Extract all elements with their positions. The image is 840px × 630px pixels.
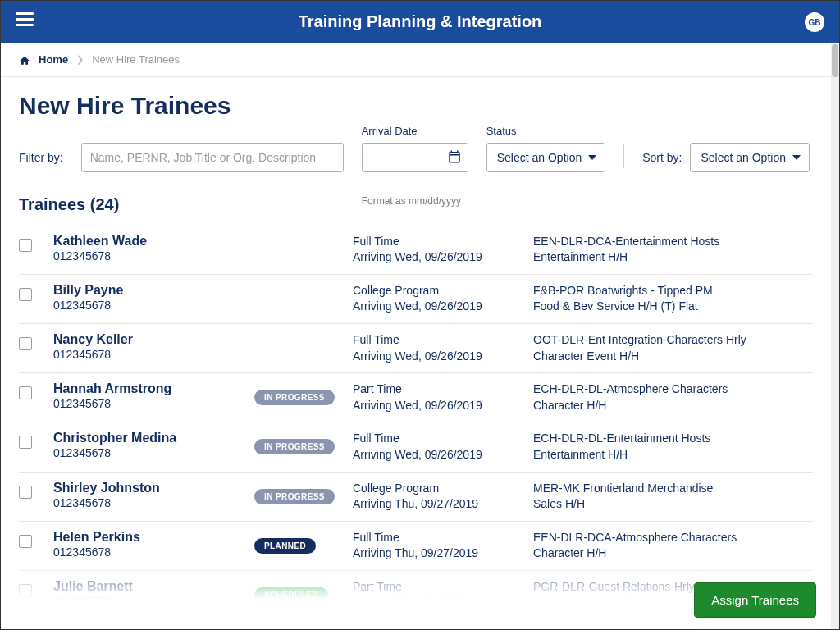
trainee-name: Helen Perkins <box>53 530 254 545</box>
role: Food & Bev Service H/H (T) Flat <box>533 299 813 315</box>
trainee-list: Kathleen Wade012345678Full TimeArriving … <box>19 226 813 629</box>
breadcrumb-home[interactable]: Home <box>39 53 68 66</box>
status-badge: SCHEDULED <box>254 587 328 603</box>
role: Character H/H <box>533 546 813 562</box>
trainee-name: Billy Payne <box>53 283 254 298</box>
employment-type: Part Time <box>353 579 533 596</box>
filter-bar: Filter by: Arrival Date Format as mm/dd/… <box>19 143 813 172</box>
arrival-text: Arriving Wed, 09/26/2019 <box>353 447 533 463</box>
trainee-row: Rebecca Castro012345678Full TimeArriving… <box>19 620 813 629</box>
department: F&B-POR Boatwrights - Tipped PM <box>533 283 813 299</box>
sort-select-value: Select an Option <box>701 151 786 164</box>
trainee-row: Hannah Armstrong012345678IN PROGRESSPart… <box>19 373 813 422</box>
employment-type: College Program <box>353 481 533 497</box>
sort-group: Sort by: Select an Option <box>642 143 810 172</box>
search-input[interactable] <box>81 143 344 172</box>
chevron-right-icon: ❯ <box>76 54 84 65</box>
trainee-name: Kathleen Wade <box>53 234 254 249</box>
arrival-text: Arriving Wed, 09/26/2019 <box>353 349 533 365</box>
trainee-checkbox[interactable] <box>19 535 32 548</box>
arrival-text: Arriving Wed, 09/26/2019 <box>353 398 533 414</box>
menu-icon[interactable] <box>16 12 34 27</box>
filter-by-label: Filter by: <box>19 151 63 172</box>
trainee-name: Christopher Medina <box>53 431 254 445</box>
status-label: Status <box>486 125 517 137</box>
role: Sales H/H <box>533 496 813 513</box>
trainee-id: 012345678 <box>53 299 254 312</box>
department: ECH-DLR-DL-Atmosphere Characters <box>533 381 813 398</box>
arrival-date-label: Arrival Date <box>362 125 418 137</box>
department: OOT-DLR-Ent Integration-Characters Hrly <box>533 332 813 349</box>
status-select-value: Select an Option <box>497 151 582 164</box>
trainee-row: Christopher Medina012345678IN PROGRESSFu… <box>19 422 813 472</box>
arrival-text: Arriving Thu, 09/27/2019 <box>353 546 533 562</box>
role: Character H/H <box>533 398 813 414</box>
status-badge: IN PROGRESS <box>254 489 335 504</box>
trainee-id: 012345678 <box>53 595 254 608</box>
arrival-date-hint: Format as mm/dd/yyyy <box>362 195 461 207</box>
caret-down-icon <box>588 155 596 160</box>
trainee-row: Shirley Johnston012345678IN PROGRESSColl… <box>19 472 813 522</box>
arrival-date-input[interactable] <box>362 143 468 172</box>
trainee-checkbox[interactable] <box>19 386 32 399</box>
app-title: Training Planning & Integration <box>299 12 542 31</box>
trainee-id: 012345678 <box>53 397 254 410</box>
assign-trainees-button[interactable]: Assign Trainees <box>694 582 816 618</box>
trainee-name: Shirley Johnston <box>53 481 254 495</box>
divider <box>623 144 624 168</box>
home-icon <box>19 53 30 66</box>
scrollbar-thumb[interactable] <box>832 44 838 77</box>
status-badge: IN PROGRESS <box>254 390 335 405</box>
scrollbar-track[interactable] <box>831 43 839 629</box>
trainee-row: Kathleen Wade012345678Full TimeArriving … <box>19 226 813 275</box>
caret-down-icon <box>792 155 801 160</box>
trainee-id: 012345678 <box>53 348 254 361</box>
department: ECH-DLR-DL-Entertainment Hosts <box>533 431 813 447</box>
employment-type: Full Time <box>353 530 533 546</box>
arrival-text: Arriving Thu, 09/27/2019 <box>353 595 533 611</box>
department: DIM-DLR Photo Imaging-Hrly <box>533 628 813 629</box>
status-select[interactable]: Select an Option <box>486 143 606 172</box>
page-title: New Hire Trainees <box>19 92 813 120</box>
avatar[interactable]: GB <box>805 12 824 32</box>
sort-select[interactable]: Select an Option <box>690 143 810 172</box>
breadcrumb: Home ❯ New Hire Trainees <box>1 43 831 77</box>
trainee-row: Helen Perkins012345678PLANNEDFull TimeAr… <box>19 522 813 571</box>
trainee-checkbox[interactable] <box>19 239 32 252</box>
trainee-checkbox[interactable] <box>19 436 32 449</box>
employment-type: Part Time <box>353 381 533 398</box>
arrival-text: Arriving Wed, 09/26/2019 <box>353 249 533 266</box>
trainee-id: 012345678 <box>53 446 254 459</box>
status-badge: IN PROGRESS <box>254 439 335 454</box>
trainee-checkbox[interactable] <box>19 584 32 597</box>
status-badge: PLANNED <box>254 538 316 554</box>
status-group: Status Select an Option <box>486 143 606 172</box>
arrival-text: Arriving Thu, 09/27/2019 <box>353 496 533 513</box>
breadcrumb-current: New Hire Trainees <box>92 53 180 66</box>
trainee-id: 012345678 <box>53 546 254 559</box>
department: EEN-DLR-DCA-Atmosphere Characters <box>533 530 813 546</box>
department: EEN-DLR-DCA-Entertainment Hosts <box>533 234 813 250</box>
trainee-name: Rebecca Castro <box>53 628 254 629</box>
trainee-name: Hannah Armstrong <box>53 381 254 396</box>
trainee-id: 012345678 <box>53 496 254 509</box>
trainee-checkbox[interactable] <box>19 337 32 350</box>
role: Character Event H/H <box>533 349 813 365</box>
trainee-checkbox[interactable] <box>19 486 32 499</box>
role: Entertainment H/H <box>533 249 813 266</box>
trainee-row: Nancy Keller012345678Full TimeArriving W… <box>19 324 813 373</box>
employment-type: Full Time <box>353 332 533 349</box>
employment-type: Full Time <box>353 628 533 629</box>
employment-type: Full Time <box>353 431 533 447</box>
app-header: Training Planning & Integration GB <box>1 1 839 43</box>
role: Entertainment H/H <box>533 447 813 463</box>
trainee-name: Nancy Keller <box>53 332 254 347</box>
trainee-checkbox[interactable] <box>19 288 32 301</box>
trainee-row: Billy Payne012345678College ProgramArriv… <box>19 275 813 324</box>
department: MER-MK Frontierland Merchandise <box>533 481 813 497</box>
employment-type: College Program <box>353 283 533 299</box>
employment-type: Full Time <box>353 234 533 250</box>
arrival-date-group: Arrival Date Format as mm/dd/yyyy <box>362 143 468 172</box>
search-group <box>81 143 344 172</box>
trainee-id: 012345678 <box>53 249 254 262</box>
